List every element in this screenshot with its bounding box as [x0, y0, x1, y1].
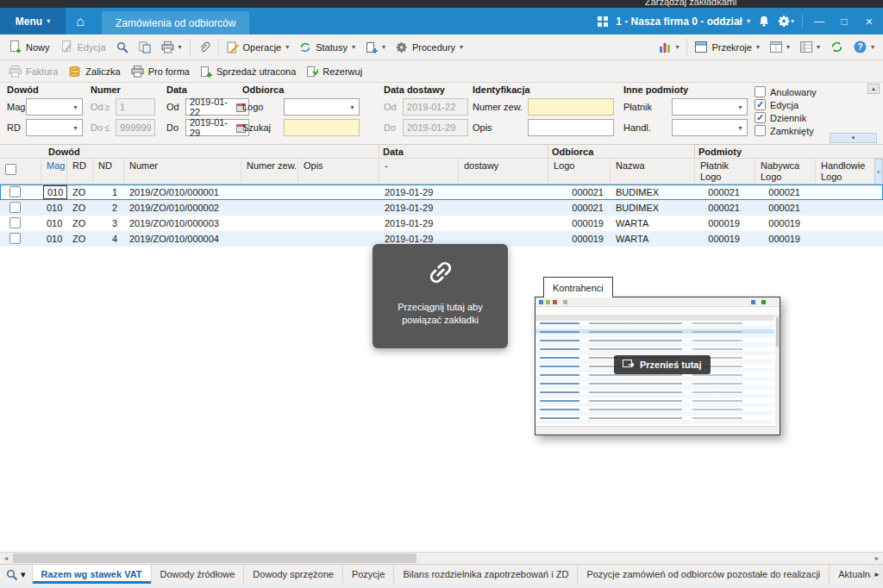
- horizontal-scrollbar[interactable]: ◄ ►: [0, 552, 883, 564]
- col-logo[interactable]: Logo: [548, 159, 611, 184]
- scroll-up-button[interactable]: ▴: [867, 84, 880, 94]
- handl-label: Handl.: [623, 122, 651, 133]
- table-row[interactable]: 010 ZO 2 2019/ZO/010/000002 2019-01-29 0…: [0, 200, 883, 216]
- reserve-button[interactable]: Rezerwuj: [301, 61, 367, 82]
- menu-button[interactable]: Menu ▾: [0, 8, 66, 34]
- col-opis[interactable]: Opis: [298, 159, 379, 184]
- dostawa-do-input[interactable]: [403, 119, 468, 136]
- row-checkbox[interactable]: [9, 217, 21, 228]
- rd-select[interactable]: ▾: [26, 119, 83, 136]
- mag-select[interactable]: ▾: [26, 98, 83, 116]
- bell-icon[interactable]: [758, 15, 770, 28]
- row-checkbox[interactable]: [9, 233, 21, 244]
- opis-input[interactable]: [528, 119, 614, 136]
- checkbox[interactable]: [755, 125, 766, 136]
- new-label: Nowy: [26, 42, 50, 53]
- col-numer-zew[interactable]: Numer zew.: [241, 159, 298, 184]
- print-button[interactable]: ▾: [156, 37, 187, 58]
- platnik-select[interactable]: ▾: [672, 98, 748, 116]
- checkbox[interactable]: [755, 86, 766, 97]
- odbiorca-logo-select[interactable]: ▾: [284, 98, 360, 116]
- col-nd[interactable]: ND: [93, 159, 124, 184]
- checkbox[interactable]: ✓: [755, 99, 766, 110]
- data-od-input[interactable]: 2019-01-22: [185, 98, 249, 116]
- table-row[interactable]: 010 ZO 1 2019/ZO/010/000001 2019-01-29 0…: [0, 185, 883, 200]
- chevron-down-icon: ▾: [791, 17, 794, 25]
- link-tabs-dropzone[interactable]: Przeciągnij tutaj aby powiązać zakładki: [373, 244, 508, 348]
- bottom-tab-bilans-rozdzielnika[interactable]: Bilans rozdzielnika zapotrzebowań i ZD: [394, 565, 578, 584]
- col-rd[interactable]: RD: [67, 159, 93, 184]
- col-mag[interactable]: Mag: [41, 159, 67, 184]
- refresh-button[interactable]: [825, 37, 849, 58]
- tab-zamowienia-od-odbiorcow[interactable]: Zamówienia od odbiorców: [102, 11, 249, 34]
- copy-button[interactable]: [134, 37, 156, 58]
- home-button[interactable]: ⌂: [66, 8, 95, 34]
- apps-grid-icon[interactable]: [598, 16, 608, 27]
- chart-button[interactable]: ▾: [654, 37, 684, 58]
- row-checkbox[interactable]: [9, 186, 21, 197]
- dostawa-od-input[interactable]: [403, 98, 468, 116]
- views-icon: [695, 41, 707, 53]
- flag-zamkniety[interactable]: Zamknięty: [755, 125, 814, 136]
- numer-zew-input[interactable]: [528, 98, 614, 116]
- select-all-checkbox[interactable]: [5, 164, 16, 175]
- operations-icon: [227, 41, 239, 53]
- lost-sale-button[interactable]: Sprzedaż utracona: [195, 61, 301, 82]
- bottom-tab-pozycje[interactable]: Pozycje: [343, 565, 395, 584]
- table-row[interactable]: 010 ZO 3 2019/ZO/010/000003 2019-01-29 0…: [0, 216, 883, 231]
- preview-tool-button[interactable]: ▾: [0, 565, 33, 584]
- dragged-tab-kontrahenci[interactable]: Kontrahenci: [543, 277, 613, 297]
- cell-nazwa: BUDIMEX: [611, 203, 695, 213]
- row-checkbox[interactable]: [9, 202, 21, 213]
- col-platnik[interactable]: Płatnik Logo: [695, 159, 755, 184]
- window-bottom-edge: [0, 584, 883, 588]
- procedures-button[interactable]: Procedury ▾: [391, 37, 468, 58]
- collapse-right-panel-button[interactable]: <: [874, 159, 883, 185]
- flag-dziennik[interactable]: ✓ Dziennik: [755, 112, 806, 123]
- bottom-tab-dowody-zrodlowe[interactable]: Dowody źródłowe: [152, 565, 245, 584]
- close-button[interactable]: ×: [861, 14, 878, 28]
- help-button[interactable]: ? ▾: [849, 37, 880, 58]
- handl-select[interactable]: ▾: [672, 119, 748, 136]
- szukaj-input[interactable]: [284, 119, 360, 136]
- scroll-right-button[interactable]: ►: [871, 553, 883, 564]
- views-button[interactable]: Przekroje ▾: [690, 37, 764, 58]
- col-data[interactable]: -: [379, 159, 459, 184]
- filters-collapse-button[interactable]: ▾: [830, 133, 877, 143]
- statuses-button[interactable]: Statusy ▾: [294, 37, 360, 58]
- grid-layout-button[interactable]: ▾: [765, 37, 795, 58]
- tabs-scroll-right-button[interactable]: ►: [871, 565, 883, 584]
- maximize-button[interactable]: □: [836, 16, 853, 28]
- scrollbar-thumb[interactable]: [13, 554, 416, 563]
- col-handlowiec[interactable]: Handlowie Logo: [816, 159, 883, 184]
- col-nabywca[interactable]: Nabywca Logo: [755, 159, 816, 184]
- related-documents-button[interactable]: ▾: [360, 37, 391, 58]
- scroll-left-button[interactable]: ◄: [0, 553, 12, 564]
- pro-forma-button[interactable]: Pro forma: [126, 61, 195, 82]
- operations-button[interactable]: Operacje ▾: [222, 37, 295, 58]
- company-selector[interactable]: 1 - Nasza firma 0 - oddział ▾: [616, 16, 750, 28]
- col-numer[interactable]: Numer: [124, 159, 241, 184]
- mini-filter-strip: [535, 307, 780, 316]
- numer-do-input[interactable]: [116, 119, 155, 136]
- flag-edycja[interactable]: ✓ Edycja: [755, 99, 798, 110]
- move-here-button[interactable]: Przenieś tutaj: [614, 355, 711, 374]
- col-dostawy[interactable]: dostawy: [459, 159, 548, 184]
- new-button[interactable]: Nowy: [3, 37, 55, 58]
- col-nazwa[interactable]: Nazwa: [611, 159, 695, 184]
- edit-button[interactable]: Edycja: [55, 37, 111, 58]
- flag-anulowany[interactable]: Anulowany: [755, 86, 817, 97]
- search-button[interactable]: [111, 37, 134, 58]
- checkbox[interactable]: ✓: [755, 112, 766, 123]
- data-do-input[interactable]: 2019-01-29: [185, 119, 249, 136]
- settings-gear-icon[interactable]: ▾: [778, 15, 794, 28]
- bottom-tab-razem-wg-stawek-vat[interactable]: Razem wg stawek VAT: [33, 565, 152, 584]
- bottom-tab-dowody-sprzezone[interactable]: Dowody sprzężone: [244, 565, 343, 584]
- numer-od-input[interactable]: [116, 98, 155, 116]
- minimize-button[interactable]: —: [811, 16, 828, 28]
- column-layout-button[interactable]: ▾: [795, 37, 825, 58]
- attachments-button[interactable]: [193, 37, 216, 58]
- invoice-button[interactable]: Faktura: [3, 61, 63, 82]
- advance-payment-button[interactable]: Zaliczka: [63, 61, 125, 82]
- bottom-tab-pozycje-zamowien[interactable]: Pozycje zamówień od odbiorców pozostałe …: [578, 565, 830, 584]
